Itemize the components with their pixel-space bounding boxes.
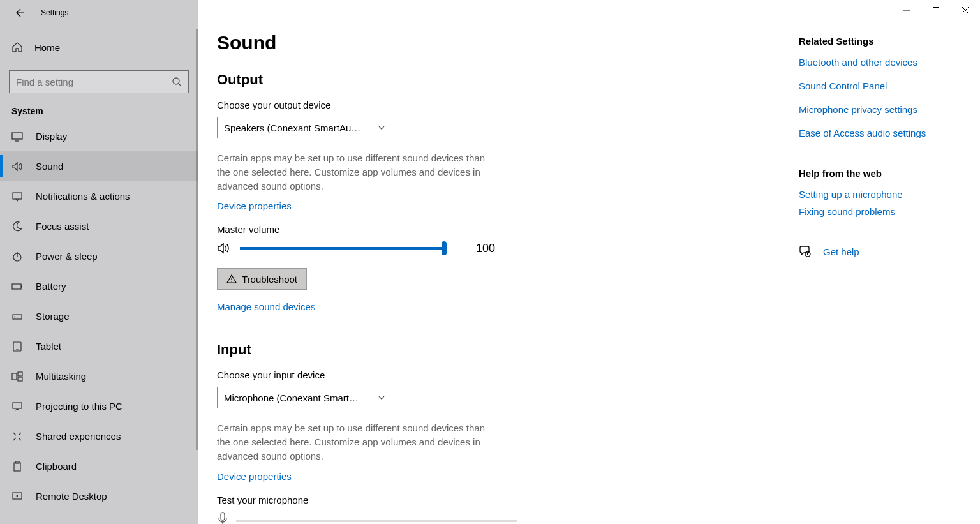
sidebar-item-label: Shared experiences (36, 431, 121, 442)
multitasking-icon (11, 371, 23, 382)
svg-line-21 (13, 433, 16, 435)
input-device-value: Microphone (Conexant SmartAud... (224, 393, 364, 403)
sidebar-item-display[interactable]: Display (0, 121, 198, 151)
svg-rect-20 (13, 403, 22, 408)
home-icon (11, 41, 23, 53)
link-ease-of-access-audio[interactable]: Ease of Access audio settings (799, 128, 967, 138)
output-device-value: Speakers (Conexant SmartAudio... (224, 123, 364, 133)
input-device-properties-link[interactable]: Device properties (217, 471, 292, 482)
tablet-icon (11, 341, 23, 352)
sidebar-item-label: Multitasking (36, 371, 86, 382)
master-volume-label: Master volume (217, 224, 780, 235)
troubleshoot-button[interactable]: Troubleshoot (217, 268, 307, 290)
svg-point-34 (807, 253, 808, 255)
search-input[interactable] (16, 77, 172, 87)
sidebar-item-clipboard[interactable]: Clipboard (0, 451, 198, 481)
sidebar-item-label: Display (36, 131, 67, 142)
sidebar-home-label: Home (34, 42, 60, 53)
sidebar-item-label: Clipboard (36, 461, 77, 472)
sidebar-item-battery[interactable]: Battery (0, 271, 198, 301)
svg-rect-17 (12, 373, 17, 380)
svg-rect-30 (221, 513, 225, 520)
link-bluetooth-devices[interactable]: Bluetooth and other devices (799, 57, 967, 68)
get-help-row[interactable]: Get help (799, 245, 967, 258)
sidebar-item-label: Notifications & actions (36, 191, 130, 202)
svg-line-23 (13, 438, 16, 440)
related-settings-header: Related Settings (799, 36, 967, 47)
right-panel: Related Settings Bluetooth and other dev… (799, 0, 980, 524)
svg-rect-25 (14, 463, 20, 471)
back-button[interactable] (13, 6, 26, 19)
sidebar-item-sound[interactable]: Sound (0, 151, 198, 181)
master-volume-value: 100 (476, 242, 495, 255)
sidebar-home[interactable]: Home (0, 33, 198, 61)
sidebar-item-label: Remote Desktop (36, 491, 107, 502)
master-volume-slider[interactable] (240, 247, 444, 250)
svg-point-14 (14, 316, 15, 317)
clipboard-icon (11, 461, 23, 472)
speaker-icon[interactable] (217, 241, 231, 255)
storage-icon (11, 311, 23, 322)
get-help-link[interactable]: Get help (823, 246, 859, 257)
svg-line-5 (179, 84, 181, 86)
microphone-level-bar (236, 520, 517, 522)
power-icon (11, 251, 23, 262)
sidebar-item-multitasking[interactable]: Multitasking (0, 361, 198, 391)
sidebar-item-label: Battery (36, 281, 66, 292)
projecting-icon (11, 401, 23, 412)
main-content: Sound Output Choose your output device S… (198, 0, 799, 524)
link-fixing-sound-problems[interactable]: Fixing sound problems (799, 206, 967, 217)
output-device-select[interactable]: Speakers (Conexant SmartAudio... (217, 117, 392, 138)
battery-icon (11, 281, 23, 292)
sidebar-item-notifications[interactable]: Notifications & actions (0, 181, 198, 211)
input-helper-text: Certain apps may be set up to use differ… (217, 421, 498, 463)
svg-rect-18 (18, 372, 22, 376)
svg-rect-1 (933, 8, 939, 13)
output-choose-label: Choose your output device (217, 100, 780, 110)
sidebar-item-label: Focus assist (36, 221, 89, 232)
close-button[interactable] (951, 0, 980, 20)
svg-point-29 (231, 281, 232, 282)
sidebar-section: System (0, 97, 198, 121)
sidebar-item-power-sleep[interactable]: Power & sleep (0, 241, 198, 271)
sidebar-item-label: Sound (36, 161, 63, 172)
sidebar-item-shared-experiences[interactable]: Shared experiences (0, 421, 198, 451)
sidebar-item-label: Power & sleep (36, 251, 98, 262)
input-device-select[interactable]: Microphone (Conexant SmartAud... (217, 387, 392, 408)
help-from-web-header: Help from the web (799, 168, 967, 179)
sidebar-item-tablet[interactable]: Tablet (0, 331, 198, 361)
shared-icon (11, 431, 23, 442)
svg-rect-19 (18, 377, 22, 381)
link-setting-up-microphone[interactable]: Setting up a microphone (799, 189, 967, 200)
sidebar-item-storage[interactable]: Storage (0, 301, 198, 331)
input-choose-label: Choose your input device (217, 370, 780, 380)
search-input-wrapper[interactable] (9, 70, 189, 93)
output-header: Output (217, 71, 780, 88)
chevron-down-icon (378, 394, 385, 401)
link-microphone-privacy[interactable]: Microphone privacy settings (799, 104, 967, 115)
sound-icon (11, 161, 23, 172)
moon-icon (11, 221, 23, 232)
slider-thumb[interactable] (442, 241, 447, 255)
svg-rect-11 (12, 284, 21, 289)
output-device-properties-link[interactable]: Device properties (217, 200, 292, 211)
sidebar-item-label: Storage (36, 311, 70, 322)
manage-sound-devices-link[interactable]: Manage sound devices (217, 301, 315, 312)
remote-desktop-icon (11, 491, 23, 502)
output-helper-text: Certain apps may be set up to use differ… (217, 151, 498, 193)
sidebar-item-label: Tablet (36, 341, 61, 352)
chevron-down-icon (378, 124, 385, 131)
svg-line-22 (19, 433, 21, 435)
maximize-button[interactable] (921, 0, 951, 20)
svg-rect-12 (21, 285, 22, 288)
warning-icon (226, 274, 237, 284)
search-icon (172, 77, 182, 87)
sidebar-item-projecting[interactable]: Projecting to this PC (0, 391, 198, 421)
svg-point-4 (173, 78, 179, 84)
sidebar-item-remote-desktop[interactable]: Remote Desktop (0, 481, 198, 511)
sidebar-item-focus-assist[interactable]: Focus assist (0, 211, 198, 241)
get-help-icon (799, 245, 812, 258)
minimize-button[interactable] (892, 0, 921, 20)
link-sound-control-panel[interactable]: Sound Control Panel (799, 80, 967, 91)
sidebar-item-label: Projecting to this PC (36, 401, 122, 412)
